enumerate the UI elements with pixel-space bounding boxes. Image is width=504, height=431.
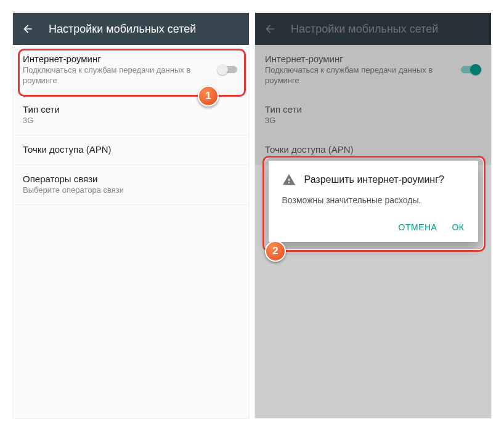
header: Настройки мобильных сетей (13, 13, 249, 45)
roaming-dialog: Разрешить интернет-роуминг? Возможны зна… (269, 161, 478, 242)
setting-title: Интернет-роуминг (23, 54, 217, 64)
page-title: Настройки мобильных сетей (49, 23, 196, 36)
setting-title: Операторы связи (23, 174, 239, 184)
setting-subtitle: Выберите оператора связи (23, 185, 195, 196)
setting-subtitle: Подключаться к службам передачи данных в… (23, 65, 195, 86)
annotation-badge-2: 2 (265, 241, 286, 262)
cancel-button[interactable]: ОТМЕНА (399, 222, 437, 232)
setting-subtitle: 3G (23, 116, 195, 126)
roaming-toggle[interactable] (217, 63, 239, 76)
warning-icon (282, 173, 296, 187)
dialog-message: Возможны значительные расходы. (282, 195, 465, 205)
screen-left: Настройки мобильных сетей Интернет-роуми… (12, 12, 250, 419)
screen-right: Настройки мобильных сетей Интернет-роуми… (254, 12, 492, 419)
annotation-badge-1: 1 (198, 86, 219, 107)
settings-list: Интернет-роуминг Подключаться к службам … (13, 45, 249, 205)
setting-title: Точки доступа (APN) (23, 144, 239, 155)
dialog-overlay: Разрешить интернет-роуминг? Возможны зна… (255, 13, 491, 418)
setting-apn[interactable]: Точки доступа (APN) (13, 135, 249, 165)
back-arrow-icon[interactable] (22, 23, 34, 35)
ok-button[interactable]: ОК (452, 222, 464, 232)
dialog-title: Разрешить интернет-роуминг? (304, 174, 444, 185)
setting-operators[interactable]: Операторы связи Выберите оператора связи (13, 165, 249, 205)
